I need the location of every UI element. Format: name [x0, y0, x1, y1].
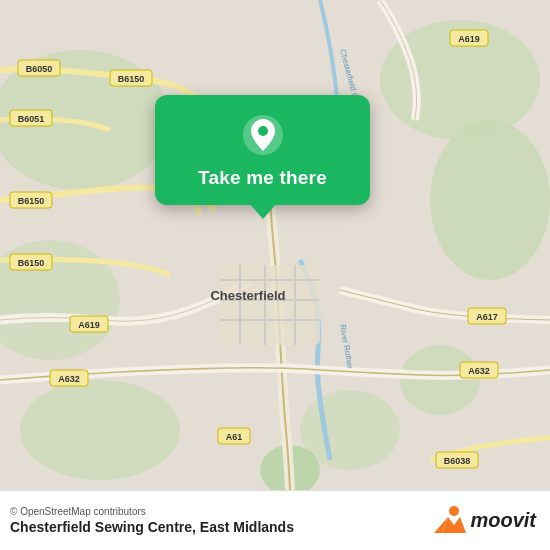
svg-text:A61: A61 [226, 432, 243, 442]
moovit-logo: moovit [434, 505, 536, 537]
location-pin-icon [241, 113, 285, 157]
moovit-icon [434, 505, 466, 537]
location-name: Chesterfield Sewing Centre, East Midland… [10, 519, 294, 535]
svg-text:A617: A617 [476, 312, 498, 322]
svg-text:A619: A619 [78, 320, 100, 330]
svg-text:B6050: B6050 [26, 64, 53, 74]
bottom-bar: © OpenStreetMap contributors Chesterfiel… [0, 490, 550, 550]
svg-point-5 [20, 380, 180, 480]
svg-rect-9 [220, 265, 320, 345]
svg-point-3 [430, 120, 550, 280]
svg-text:Chesterfield: Chesterfield [210, 288, 285, 303]
svg-text:A632: A632 [58, 374, 80, 384]
svg-text:A632: A632 [468, 366, 490, 376]
map-svg: B6050 B6051 B6150 B6150 B6150 B6 A619 A6… [0, 0, 550, 490]
svg-text:A619: A619 [458, 34, 480, 44]
map-area: B6050 B6051 B6150 B6150 B6150 B6 A619 A6… [0, 0, 550, 490]
moovit-brand-text: moovit [470, 509, 536, 532]
svg-point-7 [400, 345, 480, 415]
svg-point-47 [449, 506, 459, 516]
svg-text:B6150: B6150 [18, 258, 45, 268]
svg-text:B6150: B6150 [118, 74, 145, 84]
svg-text:B6150: B6150 [18, 196, 45, 206]
svg-text:B6038: B6038 [444, 456, 471, 466]
osm-attribution: © OpenStreetMap contributors [10, 506, 294, 517]
location-info: © OpenStreetMap contributors Chesterfiel… [10, 506, 294, 535]
navigation-popup: Take me there [155, 95, 370, 205]
svg-point-46 [258, 126, 268, 136]
svg-text:B6051: B6051 [18, 114, 45, 124]
take-me-there-button[interactable]: Take me there [198, 167, 327, 189]
